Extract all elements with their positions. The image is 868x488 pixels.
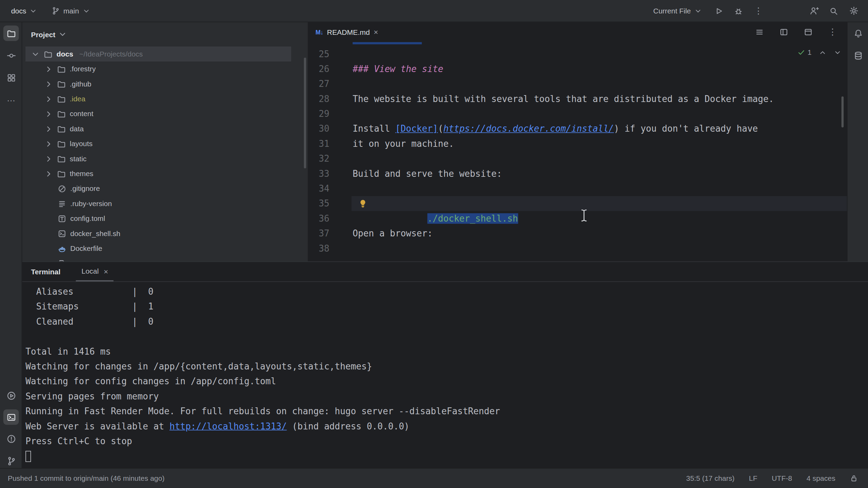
project-panel-header[interactable]: Project — [22, 22, 308, 47]
line-number[interactable]: 32 — [308, 151, 351, 166]
terminal-panel: Terminal Local × Aliases | 0 Sitemaps | … — [22, 262, 868, 468]
code-line-33[interactable]: Build and serve the website: — [352, 166, 847, 181]
run-configuration-selector[interactable]: Current File — [649, 4, 706, 17]
tool-terminal-button[interactable] — [3, 409, 19, 425]
code-with-me-button[interactable] — [806, 3, 822, 19]
code-line-36[interactable] — [352, 211, 847, 226]
line-number[interactable]: 38 — [308, 241, 351, 256]
code-line-28[interactable]: The website is built with several tools … — [352, 91, 847, 106]
editor-code[interactable]: ## Build docs ### View the site The webs… — [352, 42, 847, 261]
preview-layout-button[interactable] — [800, 24, 816, 40]
tree-item-config-toml[interactable]: config.toml — [25, 211, 291, 226]
terminal-tab-local[interactable]: Local × — [76, 262, 114, 281]
chevron-down-icon[interactable] — [31, 50, 40, 59]
close-icon[interactable]: × — [374, 28, 378, 36]
tree-item-docs-root[interactable]: docs ~/IdeaProjects/docs — [25, 47, 291, 61]
view-options-button[interactable] — [752, 24, 767, 40]
code-line-34[interactable] — [352, 181, 847, 196]
line-number[interactable]: 24 — [308, 42, 351, 47]
settings-button[interactable] — [846, 3, 861, 19]
tab-readme-md[interactable]: M↓ README.md × — [308, 22, 385, 42]
localhost-link[interactable]: http://localhost:1313/ — [169, 421, 287, 431]
chevron-right-icon[interactable] — [44, 64, 53, 73]
line-separator-widget[interactable]: LF — [749, 474, 757, 482]
code-line-27[interactable] — [352, 77, 847, 91]
project-scrollbar[interactable] — [304, 58, 306, 168]
code-line-29[interactable] — [352, 106, 847, 121]
line-number[interactable]: 36 — [308, 211, 351, 226]
database-button[interactable] — [850, 48, 866, 63]
more-actions-button[interactable]: ⋮ — [751, 3, 766, 19]
unlock-icon[interactable] — [850, 474, 858, 482]
tool-version-control-button[interactable] — [3, 453, 19, 469]
editor-scrollbar[interactable] — [841, 96, 844, 128]
encoding-widget[interactable]: UTF-8 — [772, 474, 792, 482]
line-number[interactable]: 33 — [308, 166, 351, 181]
tree-item-data[interactable]: data — [25, 121, 291, 136]
chevron-right-icon[interactable] — [44, 139, 53, 148]
line-number[interactable]: 25 — [308, 47, 351, 61]
code-line-26[interactable]: ### View the site — [352, 61, 847, 76]
markdown-link[interactable]: [Docker] — [395, 123, 438, 134]
code-line-30[interactable]: Install [Docker](https://docs.docker.com… — [352, 121, 847, 136]
line-number[interactable]: 26 — [308, 61, 351, 76]
tree-item-static[interactable]: static — [25, 151, 291, 166]
code-line-25[interactable] — [352, 47, 847, 61]
terminal-title[interactable]: Terminal — [31, 267, 61, 276]
tree-item-idea[interactable]: .idea — [25, 91, 291, 106]
tool-services-button[interactable] — [3, 388, 19, 403]
tree-item-github[interactable]: .github — [25, 77, 291, 91]
editor-more-button[interactable]: ⋮ — [825, 24, 840, 40]
code-line-31[interactable]: it on your machine. — [352, 136, 847, 151]
debug-button[interactable] — [731, 3, 746, 19]
tree-item-gitignore[interactable]: .gitignore — [25, 181, 291, 196]
chevron-right-icon[interactable] — [44, 80, 53, 89]
branch-selector[interactable]: main — [47, 4, 94, 17]
chevron-right-icon[interactable] — [44, 109, 53, 118]
close-icon[interactable]: × — [104, 267, 108, 275]
split-editor-button[interactable] — [776, 24, 792, 40]
markdown-url[interactable]: https://docs.docker.com/install/ — [443, 123, 614, 134]
indent-widget[interactable]: 4 spaces — [807, 474, 836, 482]
chevron-right-icon[interactable] — [44, 94, 53, 103]
project-selector[interactable]: docs — [7, 4, 42, 17]
run-button[interactable] — [711, 3, 726, 19]
tool-commit-button[interactable] — [3, 48, 19, 63]
chevron-right-icon[interactable] — [44, 124, 53, 133]
tool-structure-button[interactable] — [3, 70, 19, 85]
tool-more-button[interactable]: … — [3, 91, 19, 106]
chevron-down-icon[interactable] — [834, 49, 841, 56]
line-number[interactable]: 35 — [308, 196, 351, 211]
tool-problems-button[interactable] — [3, 431, 19, 446]
line-number[interactable]: 29 — [308, 106, 351, 121]
chevron-right-icon[interactable] — [44, 169, 53, 178]
tree-item-ruby-version[interactable]: .ruby-version — [25, 196, 291, 211]
tree-item-content[interactable]: content — [25, 106, 291, 121]
top-bar: docs main Current File — [0, 0, 868, 22]
tree-item-dockerfile[interactable]: Dockerfile — [25, 241, 291, 256]
tree-item-docker-shell-sh[interactable]: docker_shell.sh — [25, 226, 291, 241]
tree-item-clipped[interactable] — [25, 256, 291, 261]
code-line-32[interactable] — [352, 151, 847, 166]
chevron-up-icon[interactable] — [819, 49, 827, 56]
tree-item-forestry[interactable]: .forestry — [25, 61, 291, 76]
line-number[interactable]: 30 — [308, 121, 351, 136]
line-number[interactable]: 27 — [308, 77, 351, 91]
notifications-button[interactable] — [850, 26, 866, 41]
tool-project-button[interactable] — [3, 26, 19, 41]
line-number[interactable]: 34 — [308, 181, 351, 196]
code-line-37[interactable]: Open a browser: — [352, 226, 847, 241]
line-number[interactable]: 31 — [308, 136, 351, 151]
line-number[interactable]: 28 — [308, 91, 351, 106]
search-everywhere-button[interactable] — [826, 3, 841, 19]
tree-item-themes[interactable]: themes — [25, 166, 291, 181]
code-line-35[interactable]: ./docker_shell.sh — [352, 196, 847, 211]
caret-position-widget[interactable]: 35:5 (17 chars) — [686, 474, 735, 482]
inspection-ok-indicator[interactable]: 1 — [797, 48, 812, 57]
tree-item-layouts[interactable]: layouts — [25, 136, 291, 151]
chevron-right-icon[interactable] — [44, 154, 53, 163]
code-line-24[interactable]: ## Build docs — [352, 42, 847, 47]
line-number[interactable]: 37 — [308, 226, 351, 241]
intention-bulb-icon[interactable] — [358, 199, 368, 208]
code-line-38[interactable] — [352, 241, 847, 256]
